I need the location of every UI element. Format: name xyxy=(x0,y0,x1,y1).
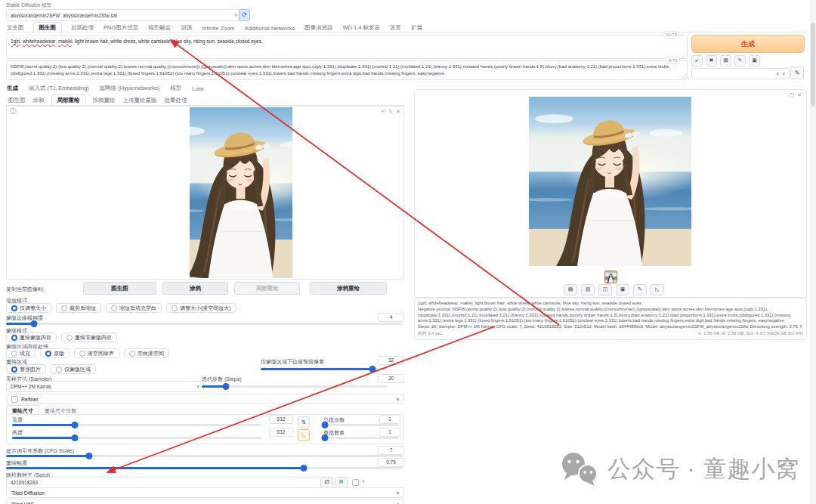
tab-inpaint-sketch[interactable]: 涂鸦重绘 xyxy=(92,95,116,106)
batch-count-value[interactable]: 1 xyxy=(379,415,400,424)
output-thumbnail[interactable] xyxy=(604,271,617,283)
radio-latent-upscale[interactable]: 调整大小(潜空间放大) xyxy=(166,303,236,313)
save-zip-button[interactable]: ◫ xyxy=(598,284,612,295)
radio-label: 仅调整大小 xyxy=(20,305,46,312)
swap-dimensions-button[interactable]: ▼⇅ xyxy=(298,416,310,428)
ruler-triangle-button[interactable]: ◺ xyxy=(298,429,310,441)
fullscreen-icon[interactable]: ▢ xyxy=(790,92,795,98)
radio-latent-noise[interactable]: 潜空间噪声 xyxy=(74,348,119,358)
refresh-model-button[interactable]: ⟳ xyxy=(239,9,250,21)
save-style-button[interactable]: ▣ xyxy=(749,55,760,66)
copy-to-inpaint-sketch-button[interactable]: 涂鸦重绘 xyxy=(310,282,387,295)
info-icon: ⓘ xyxy=(10,109,16,115)
save-image-button[interactable]: ▥ xyxy=(581,284,595,295)
radio-whole-picture[interactable]: 整张图片 xyxy=(6,364,46,374)
steps-slider[interactable] xyxy=(202,385,388,388)
width-value[interactable]: 512 xyxy=(269,415,293,424)
radio-crop-resize[interactable]: 裁剪后缩放 xyxy=(56,303,101,313)
tab-img2img-mode[interactable]: 图生图 xyxy=(8,95,26,106)
send-to-inpaint-button[interactable]: ✎ xyxy=(633,284,647,295)
edit-styles-button[interactable]: ✎ xyxy=(790,66,804,79)
height-value[interactable]: 512 xyxy=(269,428,293,437)
tab-sketch[interactable]: 涂鸦 xyxy=(32,95,45,106)
undo-icon[interactable]: ↶ xyxy=(381,109,385,115)
tab-inpaint-upload[interactable]: 上传重绘蒙版 xyxy=(122,95,158,106)
padding-slider[interactable] xyxy=(261,368,388,370)
cfg-value[interactable]: 7 xyxy=(378,446,404,455)
generate-label: 生成 xyxy=(741,39,755,49)
tab-lora[interactable]: Lora xyxy=(191,84,204,94)
brush-icon[interactable]: ✎ xyxy=(388,109,393,115)
resize-handle-icon[interactable] xyxy=(681,73,686,79)
watermark-text: 公众号 · 童趣小窝 xyxy=(607,453,800,485)
sampler-dropdown[interactable]: DPM++ 2M Karras ▾ xyxy=(6,381,204,392)
tiled-vae-accordion[interactable]: Tiled VAE ◀ xyxy=(6,499,404,504)
refiner-checkbox[interactable] xyxy=(11,396,18,403)
send-to-img2img-button[interactable]: ▣ xyxy=(616,284,629,295)
prompt-textarea[interactable]: 1girl, whiteheadwear, makiki, light brow… xyxy=(6,35,688,59)
height-slider[interactable] xyxy=(12,437,261,439)
radio-original[interactable]: 原版 xyxy=(40,348,70,358)
padding-value[interactable]: 32 xyxy=(378,356,404,365)
cfg-slider[interactable] xyxy=(6,455,403,457)
info-params-line: Steps: 20, Sampler: DPM++ 2M Karras, CFG… xyxy=(418,324,802,330)
steps-value[interactable]: 20 xyxy=(378,374,404,383)
radio-fill[interactable]: 填充 xyxy=(6,348,36,358)
tiled-diffusion-accordion[interactable]: Tiled Diffusion ◀ xyxy=(6,487,404,498)
seed-input[interactable]: 4216918283 xyxy=(6,477,321,488)
styles-dropdown[interactable]: ✕▾ xyxy=(691,68,790,79)
accordion-label: Tiled VAE xyxy=(11,502,34,504)
radio-just-resize[interactable]: 仅调整大小 xyxy=(6,303,51,313)
inpaint-canvas[interactable]: ⓘ ↶ ✎ ✕ xyxy=(6,106,404,280)
send-to-extras-button[interactable]: ◺ xyxy=(651,284,664,295)
batch-count-slider[interactable] xyxy=(323,424,399,426)
output-image[interactable] xyxy=(529,97,691,266)
batch-size-slider[interactable] xyxy=(323,437,399,439)
tab-checkpoints[interactable]: 模型 xyxy=(169,83,182,94)
denoising-label: 重绘幅度 xyxy=(6,459,27,467)
denoising-value[interactable]: 0.75 xyxy=(378,458,404,467)
inpaint-source-image[interactable] xyxy=(190,107,292,278)
mask-blur-value[interactable]: 4 xyxy=(378,313,404,322)
radio-latent-nothing[interactable]: 空白潜空间 xyxy=(124,348,169,358)
close-icon[interactable]: ✕ xyxy=(797,92,802,98)
denoising-slider[interactable] xyxy=(6,467,403,469)
radio-label: 缩放后填充空白 xyxy=(119,305,156,312)
extra-networks-button[interactable]: ▤ xyxy=(720,55,731,66)
random-seed-button[interactable]: ⚂ xyxy=(320,477,333,488)
close-icon[interactable]: ✕ xyxy=(396,109,400,115)
width-slider[interactable] xyxy=(12,424,261,426)
copy-to-inpaint-button: 局部重绘 xyxy=(234,282,300,295)
image-icon: ▣ xyxy=(620,286,626,292)
generate-button[interactable]: 生成 xyxy=(691,35,805,53)
extra-seed-checkbox[interactable] xyxy=(352,479,359,486)
negative-prompt-textarea[interactable]: NSFW,(worst quality:2),(low quality:2),(… xyxy=(6,60,688,80)
radio-inpaint-not-masked[interactable]: 重绘非蒙版内容 xyxy=(61,332,117,342)
tab-batch[interactable]: 批量处理 xyxy=(164,95,188,106)
prompt-tag: makiki xyxy=(58,39,72,44)
clear-styles-icon[interactable]: ✕ xyxy=(776,71,780,77)
mask-blur-label: 蒙版边缘模糊度 xyxy=(6,314,43,322)
paste-params-button[interactable]: ↙ xyxy=(691,55,703,66)
dice-icon: ⚂ xyxy=(324,479,329,484)
tab-divider xyxy=(6,32,805,32)
copy-to-img2img-button[interactable]: 图生图 xyxy=(83,282,156,295)
resize-handle-icon[interactable] xyxy=(681,52,686,57)
scrollbar-thumb[interactable] xyxy=(811,23,815,106)
batch-size-value[interactable]: 1 xyxy=(379,428,400,437)
model-select[interactable]: abyssorangemix2SFW_abyssorangemix2Sfw.sa… xyxy=(6,9,242,21)
refiner-accordion[interactable]: Refiner ◀ xyxy=(6,394,404,404)
tab-generation[interactable]: 生成 xyxy=(6,83,19,94)
tab-hypernetworks[interactable]: 超网络 (Hypernetworks) xyxy=(99,83,161,94)
tab-embeddings[interactable]: 嵌入式 (T.I. Embedding) xyxy=(28,83,90,94)
apply-style-button[interactable]: ✎ xyxy=(734,55,746,66)
reuse-seed-button[interactable]: ♻ xyxy=(335,477,348,488)
open-folder-button[interactable]: ▤ xyxy=(564,284,577,295)
radio-only-masked[interactable]: 仅蒙版区域 xyxy=(51,364,96,374)
mask-blur-slider[interactable] xyxy=(6,323,403,325)
radio-resize-fill[interactable]: 缩放后填充空白 xyxy=(106,303,162,313)
copy-to-sketch-button[interactable]: 涂鸦 xyxy=(162,282,228,295)
clear-prompt-button[interactable]: ✖ xyxy=(706,55,717,66)
page-scrollbar[interactable] xyxy=(810,0,816,504)
radio-inpaint-masked[interactable]: 重绘蒙版内容 xyxy=(6,332,57,342)
